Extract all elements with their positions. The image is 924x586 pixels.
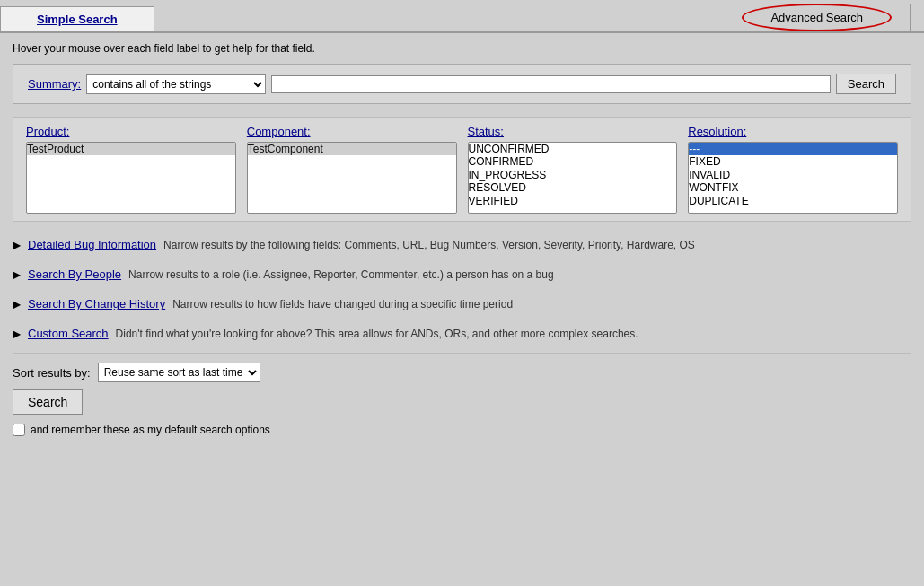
remember-row: and remember these as my default search … (13, 424, 911, 436)
resolution-col: Resolution: ---FIXEDINVALIDWONTFIXDUPLIC… (682, 125, 903, 214)
resolution-listbox[interactable]: ---FIXEDINVALIDWONTFIXDUPLICATE (688, 142, 898, 214)
advanced-search-label: Advanced Search (770, 11, 863, 24)
collapsible-arrow-custom-search: ▶ (13, 328, 21, 340)
tab-advanced-search[interactable]: Advanced Search (742, 4, 892, 31)
collapsible-arrow-detailed-bug-info: ▶ (13, 239, 21, 251)
search-bottom-button[interactable]: Search (13, 389, 83, 415)
remember-label: and remember these as my default search … (31, 424, 270, 436)
sort-label: Sort results by: (13, 366, 91, 380)
main-content: Hover your mouse over each field label t… (0, 33, 924, 445)
collapsible-search-by-change-history: ▶ Search By Change History Narrow result… (13, 293, 911, 318)
remember-checkbox[interactable] (13, 424, 25, 436)
hover-help-text: Hover your mouse over each field label t… (13, 42, 911, 55)
collapsible-desc-search-by-people: Narrow results to a role (i.e. Assignee,… (128, 268, 554, 281)
summary-label[interactable]: Summary: (28, 77, 81, 91)
sort-row: Sort results by: Reuse same sort as last… (13, 363, 911, 382)
component-listbox[interactable]: TestComponent (247, 142, 457, 214)
collapsible-header-detailed-bug-info: ▶ Detailed Bug Information Narrow result… (13, 238, 911, 251)
product-label[interactable]: Product: (26, 125, 236, 138)
collapsible-detailed-bug-info: ▶ Detailed Bug Information Narrow result… (13, 234, 911, 258)
collapsible-header-search-by-people: ▶ Search By People Narrow results to a r… (13, 267, 911, 281)
status-label[interactable]: Status: (468, 125, 678, 138)
tabs-bar: Simple Search Advanced Search (0, 0, 924, 33)
collapsible-custom-search: ▶ Custom Search Didn't find what you're … (13, 323, 911, 347)
collapsible-header-search-by-change-history: ▶ Search By Change History Narrow result… (13, 297, 911, 310)
collapsible-toggle-search-by-change-history[interactable]: Search By Change History (28, 297, 165, 310)
collapsibles-container: ▶ Detailed Bug Information Narrow result… (13, 234, 911, 347)
tab-simple-search[interactable]: Simple Search (0, 6, 154, 31)
collapsible-header-custom-search: ▶ Custom Search Didn't find what you're … (13, 327, 911, 340)
summary-section: Summary: contains all of the stringscont… (13, 64, 911, 104)
sort-select[interactable]: Reuse same sort as last timeBug NumberAs… (98, 363, 260, 382)
status-listbox[interactable]: UNCONFIRMEDCONFIRMEDIN_PROGRESSRESOLVEDV… (468, 142, 678, 214)
collapsible-arrow-search-by-people: ▶ (13, 268, 21, 281)
summary-search-button[interactable]: Search (836, 74, 896, 94)
tab-right-border (910, 4, 924, 31)
collapsible-desc-search-by-change-history: Narrow results to how fields have change… (172, 298, 513, 310)
component-label[interactable]: Component: (247, 125, 457, 138)
collapsible-desc-detailed-bug-info: Narrow results by the following fields: … (163, 239, 695, 251)
fields-section: Product: TestProduct Component: TestComp… (13, 117, 911, 222)
summary-select[interactable]: contains all of the stringscontains any … (86, 74, 266, 94)
simple-search-link[interactable]: Simple Search (37, 13, 118, 26)
summary-input[interactable] (271, 75, 831, 93)
component-col: Component: TestComponent (242, 125, 462, 214)
collapsible-search-by-people: ▶ Search By People Narrow results to a r… (13, 264, 911, 288)
collapsible-toggle-detailed-bug-info[interactable]: Detailed Bug Information (28, 238, 156, 251)
summary-row: Summary: contains all of the stringscont… (28, 74, 896, 94)
collapsible-desc-custom-search: Didn't find what you're looking for abov… (116, 328, 638, 340)
collapsible-arrow-search-by-change-history: ▶ (13, 298, 21, 310)
status-col: Status: UNCONFIRMEDCONFIRMEDIN_PROGRESSR… (462, 125, 683, 214)
product-listbox[interactable]: TestProduct (26, 142, 236, 214)
collapsible-toggle-search-by-people[interactable]: Search By People (28, 267, 121, 281)
resolution-label[interactable]: Resolution: (688, 125, 898, 138)
collapsible-toggle-custom-search[interactable]: Custom Search (28, 327, 109, 340)
divider (13, 353, 911, 354)
product-col: Product: TestProduct (21, 125, 242, 214)
